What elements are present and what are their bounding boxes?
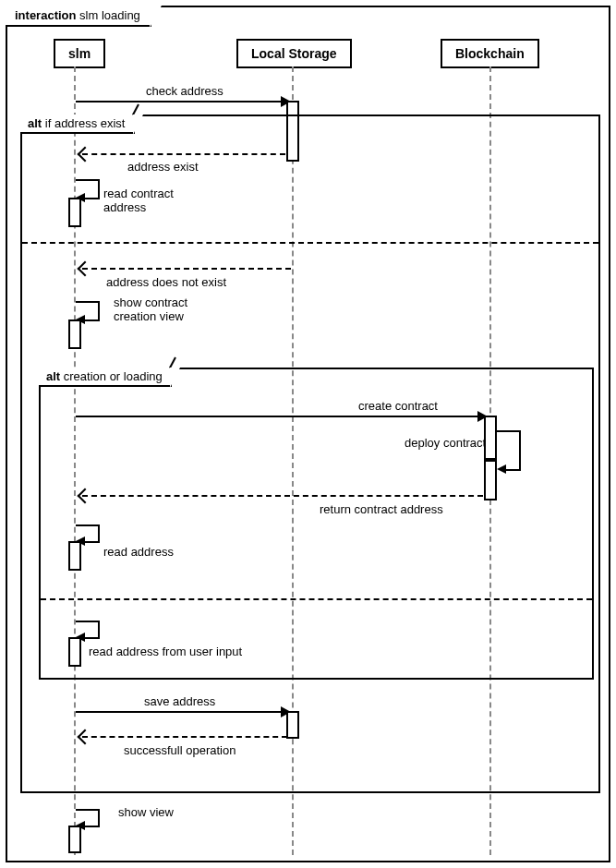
msg-address-exist: [82, 153, 285, 155]
alt-fragment-2: [39, 368, 594, 680]
frame-title: slm loading: [76, 8, 139, 22]
label-read-address: read address: [103, 545, 174, 559]
label-success: successfull operation: [124, 743, 236, 757]
interaction-frame-label: interaction slm loading: [6, 6, 151, 27]
label-address-exist: address exist: [127, 160, 199, 174]
msg-create-contract: [76, 416, 480, 417]
alt-1-separator: [22, 242, 598, 244]
msg-check-address: [76, 101, 284, 102]
activation-slm-3: [68, 541, 81, 571]
activation-slm-1: [68, 198, 81, 227]
label-read-user-input: read address from user input: [89, 645, 242, 658]
label-save-address: save address: [144, 694, 215, 708]
label-create-contract: create contract: [358, 399, 438, 413]
msg-save-address: [76, 711, 284, 713]
activation-slm-4: [68, 637, 81, 667]
alt-2-separator: [41, 598, 592, 600]
participant-blockchain: Blockchain: [441, 39, 539, 68]
label-return-address: return contract address: [320, 502, 443, 516]
label-show-creation-view: show contract creation view: [114, 295, 187, 323]
activation-slm-5: [68, 826, 81, 853]
alt-fragment-1-label: alt if address exist: [20, 115, 135, 134]
label-deploy-contract: deploy contract: [405, 436, 486, 450]
msg-address-not-exist: [82, 268, 291, 270]
label-show-view: show view: [118, 805, 174, 819]
participant-slm: slm: [54, 39, 105, 68]
activation-local-storage-2: [286, 711, 299, 739]
label-check-address: check address: [146, 84, 223, 98]
label-read-contract-address: read contract address: [103, 187, 174, 214]
alt-fragment-2-label: alt creation or loading: [39, 368, 172, 387]
msg-return-address: [82, 495, 483, 497]
activation-blockchain-2: [484, 460, 497, 500]
msg-success: [82, 736, 287, 738]
sequence-diagram: interaction slm loading slm Local Storag…: [0, 0, 616, 868]
participant-local-storage: Local Storage: [236, 39, 352, 68]
label-address-not-exist: address does not exist: [106, 275, 226, 289]
frame-keyword: interaction: [15, 8, 76, 22]
activation-slm-2: [68, 319, 81, 349]
